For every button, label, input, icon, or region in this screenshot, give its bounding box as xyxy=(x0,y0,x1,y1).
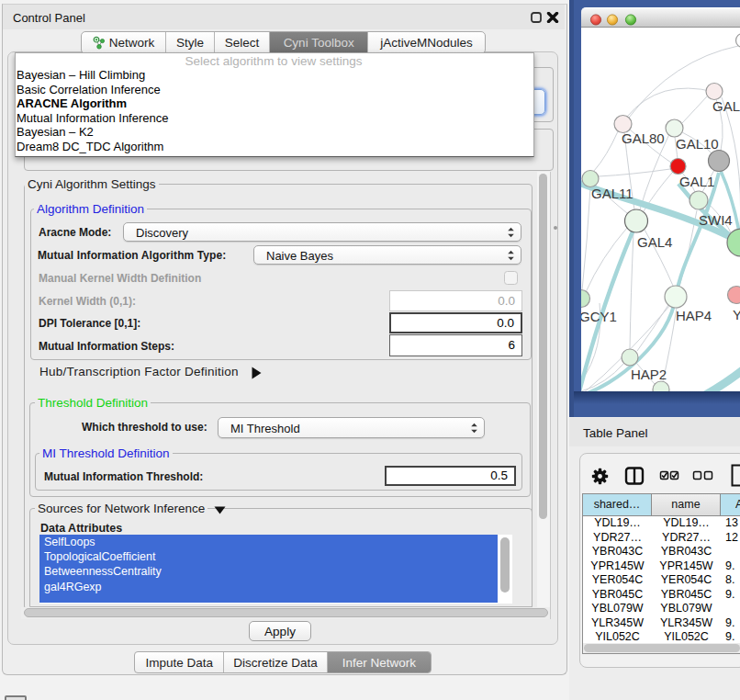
svg-text:GAL80: GAL80 xyxy=(622,130,665,146)
svg-text:GAL1: GAL1 xyxy=(679,174,714,189)
svg-text:YJ: YJ xyxy=(733,307,740,322)
svg-text:GAL4: GAL4 xyxy=(637,234,672,250)
svg-text:GAL10: GAL10 xyxy=(676,136,719,152)
svg-text:HAP2: HAP2 xyxy=(631,367,667,382)
svg-text:SWI4: SWI4 xyxy=(699,212,733,228)
svg-text:HAP4: HAP4 xyxy=(676,308,712,323)
svg-text:GAL11: GAL11 xyxy=(591,186,633,201)
svg-text:GAL2: GAL2 xyxy=(712,98,740,114)
svg-text:GCY1: GCY1 xyxy=(581,309,617,324)
